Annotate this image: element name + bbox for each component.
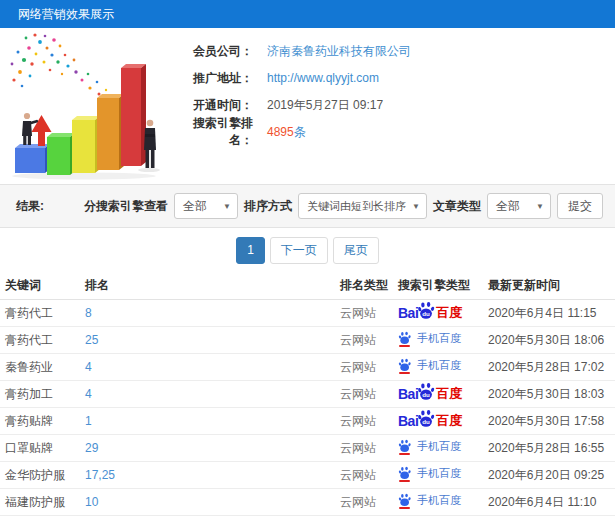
- rank-link[interactable]: 10: [85, 495, 340, 509]
- baidu-mobile-logo[interactable]: 手机百度: [398, 493, 461, 509]
- baidu-paw-icon: du: [417, 382, 436, 401]
- rank-type-cell: 云网站: [340, 467, 398, 484]
- updated-cell: 2020年6月4日 11:10: [488, 494, 615, 511]
- baidu-mobile-paw-icon: [398, 331, 412, 347]
- bar-green: [47, 133, 75, 175]
- baidu-mobile-logo[interactable]: 手机百度: [398, 331, 461, 347]
- rank-link[interactable]: 1: [85, 414, 340, 428]
- company-info-section: 会员公司： 济南秦鲁药业科技有限公司 推广地址： http://www.qlyy…: [0, 28, 615, 184]
- table-row: 金华防护服 17,25 云网站 手: [0, 462, 615, 489]
- baidu-mobile-paw-icon: [398, 358, 412, 374]
- article-type-select[interactable]: 全部 ▼: [487, 193, 551, 219]
- engine-cell: 手机百度: [398, 439, 488, 458]
- rank-link[interactable]: 8: [85, 306, 340, 320]
- updated-cell: 2020年5月30日 18:06: [488, 332, 615, 349]
- engine-rank-row: 搜索引擎排名： 4895条: [175, 119, 615, 145]
- keyword-cell: 膏药代工: [5, 332, 85, 349]
- rank-link[interactable]: 4: [85, 387, 340, 401]
- engine-filter-select[interactable]: 全部 ▼: [174, 193, 238, 219]
- baidu-mobile-text: 手机百度: [417, 493, 461, 508]
- promo-url-link[interactable]: http://www.qlyyjt.com: [267, 71, 379, 85]
- member-company-link[interactable]: 济南秦鲁药业科技有限公司: [267, 43, 411, 60]
- table-row: 膏药代工 25 云网站 手机百度: [0, 327, 615, 354]
- filter-bar: 结果: 分搜索引擎查看 全部 ▼ 排序方式 关键词由短到长排序 ▼ 文章类型 全…: [0, 184, 615, 228]
- baidu-paw-icon: du: [417, 301, 436, 320]
- baidu-cn-text: 百度: [436, 306, 462, 319]
- bar-red: [121, 64, 146, 166]
- sort-filter-label: 排序方式: [244, 198, 292, 215]
- rank-link[interactable]: 25: [85, 333, 340, 347]
- baidu-mobile-paw-icon: [398, 466, 412, 482]
- baidu-mobile-logo[interactable]: 手机百度: [398, 439, 461, 455]
- baidu-pc-logo[interactable]: Bai du 百度: [398, 386, 462, 401]
- col-updated: 最新更新时间: [488, 277, 615, 294]
- table-row: 福建防护服 10 云网站 手机百度: [0, 489, 615, 516]
- baidu-bai-text: Bai: [398, 306, 418, 320]
- member-company-row: 会员公司： 济南秦鲁药业科技有限公司: [175, 38, 615, 64]
- rank-type-cell: 云网站: [340, 440, 398, 457]
- keyword-cell: 膏药加工: [5, 386, 85, 403]
- updated-cell: 2020年5月30日 17:58: [488, 413, 615, 430]
- svg-text:du: du: [423, 310, 431, 317]
- page-1-button[interactable]: 1: [236, 237, 265, 264]
- table-row: 膏药加工 4 云网站 Bai du 百度 2: [0, 381, 615, 408]
- engine-cell: Bai du 百度: [398, 305, 488, 321]
- rank-type-cell: 云网站: [340, 332, 398, 349]
- baidu-pc-logo[interactable]: Bai du 百度: [398, 305, 462, 320]
- baidu-mobile-text: 手机百度: [417, 439, 461, 454]
- sort-filter-select[interactable]: 关键词由短到长排序 ▼: [298, 193, 427, 219]
- svg-text:du: du: [423, 418, 431, 425]
- bar-blue: [15, 144, 50, 173]
- last-page-button[interactable]: 尾页: [333, 237, 379, 264]
- baidu-paw-icon: du: [417, 409, 436, 428]
- baidu-mobile-logo[interactable]: 手机百度: [398, 358, 461, 374]
- updated-cell: 2020年5月28日 16:55: [488, 440, 615, 457]
- engine-rank-value: 4895条: [267, 124, 306, 141]
- rank-type-cell: 云网站: [340, 386, 398, 403]
- engine-cell: Bai du 百度: [398, 413, 488, 429]
- red-underline: [399, 372, 410, 374]
- table-header: 关键词 排名 排名类型 搜索引擎类型 最新更新时间: [0, 272, 615, 300]
- marketing-report-page: 网络营销效果展示: [0, 0, 615, 520]
- engine-cell: 手机百度: [398, 493, 488, 512]
- submit-button[interactable]: 提交: [557, 193, 603, 219]
- red-underline: [399, 480, 410, 482]
- red-underline: [399, 453, 410, 455]
- baidu-mobile-paw-icon: [398, 493, 412, 509]
- keyword-cell: 福建防护服: [5, 494, 85, 511]
- rank-link[interactable]: 29: [85, 441, 340, 455]
- svg-text:du: du: [423, 391, 431, 398]
- rank-link[interactable]: 17,25: [85, 468, 340, 482]
- chevron-down-icon: ▼: [223, 202, 231, 211]
- baidu-bai-text: Bai: [398, 414, 418, 428]
- rank-link[interactable]: 4: [85, 360, 340, 374]
- col-rank: 排名: [85, 277, 340, 294]
- keyword-cell: 口罩贴牌: [5, 440, 85, 457]
- red-underline: [399, 507, 410, 509]
- pagination: 1 下一页 尾页: [0, 228, 615, 272]
- rank-type-cell: 云网站: [340, 305, 398, 322]
- red-underline: [399, 345, 410, 347]
- engine-cell: 手机百度: [398, 331, 488, 350]
- baidu-pc-logo[interactable]: Bai du 百度: [398, 413, 462, 428]
- engine-filter-label: 分搜索引擎查看: [84, 198, 168, 215]
- table-row: 膏药代工 8 云网站 Bai du 百度 2: [0, 300, 615, 327]
- updated-cell: 2020年5月30日 18:03: [488, 386, 615, 403]
- baidu-mobile-paw-icon: [398, 439, 412, 455]
- filter-controls: 分搜索引擎查看 全部 ▼ 排序方式 关键词由短到长排序 ▼ 文章类型 全部 ▼ …: [84, 193, 603, 219]
- growth-chart-graphic: [2, 30, 172, 182]
- next-page-button[interactable]: 下一页: [270, 237, 328, 264]
- page-title: 网络营销效果展示: [0, 0, 615, 28]
- col-keyword: 关键词: [5, 277, 85, 294]
- baidu-cn-text: 百度: [436, 387, 462, 400]
- bar-orange: [97, 94, 124, 170]
- baidu-mobile-logo[interactable]: 手机百度: [398, 466, 461, 482]
- updated-cell: 2020年5月28日 17:02: [488, 359, 615, 376]
- baidu-mobile-text: 手机百度: [417, 358, 461, 373]
- table-row: 膏药贴牌 1 云网站 Bai du 百度 2: [0, 408, 615, 435]
- rank-unit[interactable]: 条: [294, 125, 306, 139]
- rank-type-cell: 云网站: [340, 494, 398, 511]
- engine-cell: 手机百度: [398, 358, 488, 377]
- table-row: 口罩贴牌 29 云网站 手机百度: [0, 435, 615, 462]
- updated-cell: 2020年6月20日 09:25: [488, 467, 615, 484]
